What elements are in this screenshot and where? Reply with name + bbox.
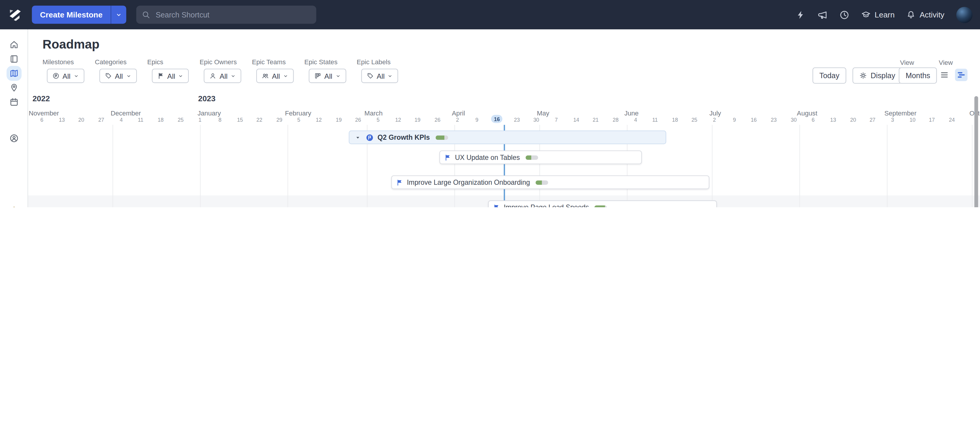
progress-pill [525,155,538,160]
topbar-icon-group [796,10,850,20]
topbar: Create Milestone Learn Activity [0,0,980,29]
learn-label: Learn [875,10,894,19]
bar-label: UX Update on Tables [455,154,520,161]
vertical-scrollbar-thumb[interactable] [974,96,978,207]
roadmap-icon [10,69,19,78]
gridline [887,125,888,207]
sidebar-colored-group [0,202,28,207]
gridline [287,125,288,207]
learn-button[interactable]: Learn [862,10,895,19]
shortcut-logo-icon [7,7,23,22]
epic-bar[interactable]: UX Update on Tables [439,150,642,164]
milestone-marker-filled-icon [366,133,374,141]
progress-pill [436,135,448,140]
activity-label: Activity [920,10,945,19]
bar-label: Q2 Growth KPIs [377,133,430,141]
sidebar-item-person-circle[interactable] [0,131,28,145]
chart-icon [10,205,19,207]
clock-button[interactable] [840,10,850,20]
gridline [200,125,200,207]
epic-bar[interactable]: Improve Page Load Speeds [488,200,717,207]
epic-bar[interactable]: Improve Large Organization Onboarding [391,176,710,189]
stories-icon [10,54,19,64]
sidebar-item-chart[interactable] [0,202,28,207]
search-icon [142,11,150,19]
sidebar-item-stories[interactable] [0,52,28,66]
megaphone-button[interactable] [818,10,828,20]
search-input[interactable] [154,10,310,20]
milestone-bar[interactable]: Q2 Growth KPIs [349,130,666,144]
pin-icon [10,83,19,92]
gridline [712,125,713,207]
topbar-right-group: Learn Activity [796,6,973,23]
shortcut-app: Create Milestone Learn Activity [0,0,980,207]
create-milestone-dropdown-button[interactable] [111,6,127,24]
progress-pill [595,205,607,207]
sidebar-item-calendar[interactable] [0,95,28,109]
graduation-cap-icon [862,10,871,19]
gantt-chart: Q2 Growth KPIsUX Update on TablesImprove… [28,29,980,207]
avatar[interactable] [956,6,973,23]
sidebar-mid-group [0,131,28,145]
lightning-icon [796,10,806,20]
sidebar-item-home[interactable] [0,38,28,52]
roadmap-content: Roadmap MilestonesAllCategoriesAllEpicsA… [28,29,980,207]
flag-icon [396,179,403,186]
collapse-caret-icon[interactable] [355,134,361,140]
caret-down-icon [116,11,122,18]
flag-icon [444,154,451,161]
person-circle-icon [10,133,19,143]
megaphone-icon [818,10,828,20]
lightning-button[interactable] [796,10,806,20]
gridline [113,125,113,207]
sidebar-top-group [0,38,28,109]
bar-label: Improve Large Organization Onboarding [407,178,530,186]
bell-icon [907,10,916,19]
home-icon [10,40,19,49]
activity-button[interactable]: Activity [907,10,945,19]
sidebar-item-pin[interactable] [0,81,28,95]
bar-label: Improve Page Load Speeds [504,203,589,207]
clock-icon [840,10,850,20]
sidebar [0,29,28,207]
calendar-icon [10,97,19,107]
progress-pill [536,180,548,184]
search-bar [136,6,317,24]
create-milestone-button[interactable]: Create Milestone [32,6,111,24]
gridline [799,125,800,207]
create-milestone-split-button: Create Milestone [32,6,127,24]
sidebar-item-roadmap[interactable] [0,66,28,81]
flag-icon [493,204,500,207]
gridline [972,125,973,207]
